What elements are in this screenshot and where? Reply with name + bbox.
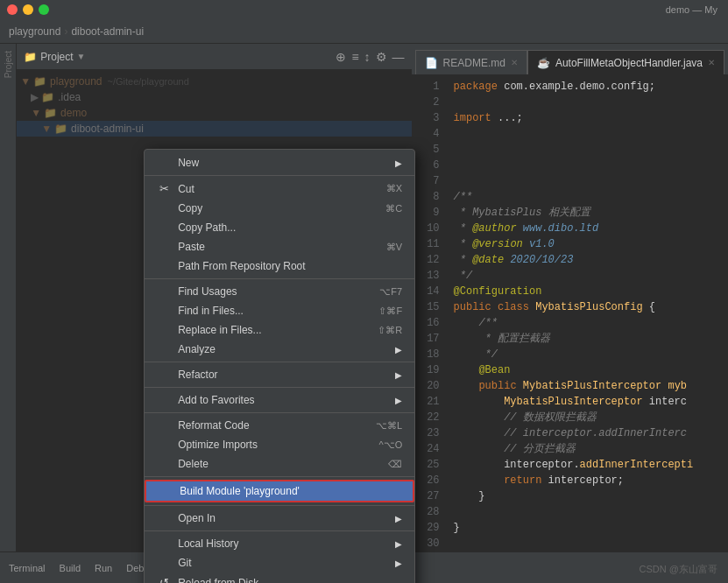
settings-icon[interactable]: ⚙ <box>376 50 387 64</box>
code-line-13: */ <box>454 268 721 284</box>
menu-sep-1 <box>145 175 414 176</box>
tab-readme[interactable]: 📄 README.md ✕ <box>415 50 527 74</box>
breadcrumb-item-diboot[interactable]: diboot-admin-ui <box>71 25 144 38</box>
title-bar: demo — My <box>0 0 728 19</box>
menu-item-build-module[interactable]: Build Module 'playground' <box>145 480 414 502</box>
menu-item-open-in[interactable]: Open In ▶ <box>145 509 414 528</box>
sort-icon[interactable]: ≡ <box>351 50 358 64</box>
menu-item-optimize-imports[interactable]: Optimize Imports ^⌥O <box>145 435 414 454</box>
code-line-20: public MybatisPlusInterceptor myb <box>454 378 721 394</box>
menu-sep-4 <box>145 387 414 388</box>
minimize-panel-icon[interactable]: — <box>392 50 405 64</box>
folder-icon-demo: 📁 <box>44 107 57 119</box>
code-line-19: @Bean <box>454 362 721 378</box>
code-line-4 <box>454 126 721 142</box>
code-line-12: * @date 2020/10/23 <box>454 252 721 268</box>
breadcrumb-item-playground[interactable]: playground <box>9 25 60 38</box>
menu-item-path-from-repo[interactable]: Path From Repository Root <box>145 256 414 276</box>
menu-sep-6 <box>145 476 414 477</box>
menu-item-new[interactable]: New ▶ <box>145 153 414 172</box>
arrow-icon-open: ▶ <box>395 514 402 523</box>
menu-item-copy-path[interactable]: Copy Path... <box>145 218 414 237</box>
main-layout: Project 📁 Project ▼ ⊕ ≡ ↕ ⚙ — ▼ 📁 play <box>0 44 728 551</box>
code-line-30 <box>454 536 721 551</box>
readme-file-icon: 📄 <box>425 57 438 69</box>
menu-item-find-usages[interactable]: Find Usages ⌥F7 <box>145 282 414 301</box>
project-label: Project <box>40 51 73 63</box>
project-tab-label[interactable]: Project <box>2 47 15 81</box>
arrow-icon: ▶ <box>395 158 402 168</box>
menu-item-reformat[interactable]: Reformat Code ⌥⌘L <box>145 416 414 435</box>
tree-item-diboot[interactable]: ▼ 📁 diboot-admin-ui <box>17 121 411 137</box>
code-area: 12345 678910 1112131415 1617181920 21222… <box>412 75 728 551</box>
menu-sep-7 <box>145 505 414 506</box>
bottom-tab-terminal[interactable]: Terminal <box>9 563 46 573</box>
menu-item-local-history[interactable]: Local History ▶ <box>145 534 414 553</box>
code-line-14: @Configuration <box>454 284 721 299</box>
code-line-18: */ <box>454 347 721 362</box>
minimize-button[interactable] <box>23 4 33 15</box>
breadcrumb-sep: › <box>64 25 67 38</box>
code-line-6 <box>454 158 721 173</box>
tree-item-playground[interactable]: ▼ 📁 playground ~/Gitee/playground <box>17 74 411 89</box>
code-line-8: /** <box>454 189 721 205</box>
code-line-22: // 数据权限拦截器 <box>454 410 721 425</box>
scope-icon[interactable]: ⊕ <box>336 50 346 64</box>
project-dropdown-icon[interactable]: ▼ <box>77 52 86 61</box>
maximize-button[interactable] <box>39 4 49 15</box>
folder-icon-playground: 📁 <box>33 75 46 88</box>
bottom-tab-build[interactable]: Build <box>60 563 81 573</box>
tab-autofill[interactable]: ☕ AutoFillMetaObjectHandler.java ✕ <box>527 50 724 74</box>
menu-item-copy[interactable]: Copy ⌘C <box>145 199 414 218</box>
breadcrumb: playground › diboot-admin-ui <box>0 19 728 44</box>
code-line-28 <box>454 504 721 520</box>
menu-item-git[interactable]: Git ▶ <box>145 553 414 572</box>
code-line-25: interceptor.addInnerIntercepti <box>454 457 721 473</box>
code-line-3: import ...; <box>454 110 721 126</box>
menu-sep-5 <box>145 412 414 413</box>
code-line-11: * @version v1.0 <box>454 236 721 252</box>
expand-icon[interactable]: ↕ <box>364 50 371 64</box>
code-line-17: * 配置拦截器 <box>454 331 721 347</box>
arrow-icon-history: ▶ <box>395 539 402 549</box>
code-line-29: } <box>454 520 721 536</box>
left-sidebar-strip: Project <box>0 44 17 551</box>
menu-item-find-in-files[interactable]: Find in Files... ⇧⌘F <box>145 301 414 320</box>
editor-tabs: 📄 README.md ✕ ☕ AutoFillMetaObjectHandle… <box>412 44 728 75</box>
line-numbers: 12345 678910 1112131415 1617181920 21222… <box>412 75 447 551</box>
code-line-23: // interceptor.addInnerInterc <box>454 425 721 441</box>
tree-item-demo[interactable]: ▼ 📁 demo <box>17 105 411 121</box>
folder-icon-diboot: 📁 <box>54 123 67 135</box>
close-button[interactable] <box>7 4 18 15</box>
project-panel: 📁 Project ▼ ⊕ ≡ ↕ ⚙ — ▼ 📁 playground ~/G… <box>17 44 411 551</box>
menu-item-paste[interactable]: Paste ⌘V <box>145 237 414 256</box>
code-line-26: return interceptor; <box>454 473 721 488</box>
menu-sep-3 <box>145 362 414 362</box>
java-file-icon: ☕ <box>537 57 550 69</box>
menu-item-cut[interactable]: ✂ Cut ⌘X <box>145 179 414 199</box>
menu-item-add-favorites[interactable]: Add to Favorites ▶ <box>145 390 414 410</box>
tab-close-autofill[interactable]: ✕ <box>708 58 715 67</box>
code-line-27: } <box>454 488 721 504</box>
menu-item-refactor[interactable]: Refactor ▶ <box>145 365 414 384</box>
menu-item-replace-in-files[interactable]: Replace in Files... ⇧⌘R <box>145 320 414 340</box>
code-content: package com.example.demo.config; import … <box>447 75 728 551</box>
window-controls[interactable] <box>7 4 49 15</box>
app-title: demo — My <box>666 4 717 15</box>
code-line-10: * @author www.dibo.ltd <box>454 221 721 236</box>
tab-close-readme[interactable]: ✕ <box>511 58 518 67</box>
bottom-tab-run[interactable]: Run <box>95 563 112 573</box>
menu-item-delete[interactable]: Delete ⌫ <box>145 454 414 474</box>
code-line-5 <box>454 142 721 158</box>
folder-icon-idea: 📁 <box>41 91 54 103</box>
project-toolbar-icons: ⊕ ≡ ↕ ⚙ — <box>336 50 404 64</box>
menu-item-reload[interactable]: ↺ Reload from Disk <box>145 572 414 583</box>
project-toolbar: 📁 Project ▼ ⊕ ≡ ↕ ⚙ — <box>17 44 411 70</box>
code-line-9: * MybatisPlus 相关配置 <box>454 205 721 221</box>
tree-item-idea[interactable]: ▶ 📁 .idea <box>17 89 411 105</box>
code-line-1: package com.example.demo.config; <box>454 79 721 95</box>
folder-icon: 📁 <box>24 51 37 63</box>
menu-item-analyze[interactable]: Analyze ▶ <box>145 340 414 359</box>
arrow-icon-refactor: ▶ <box>395 370 402 380</box>
code-line-21: MybatisPlusInterceptor interc <box>454 394 721 410</box>
